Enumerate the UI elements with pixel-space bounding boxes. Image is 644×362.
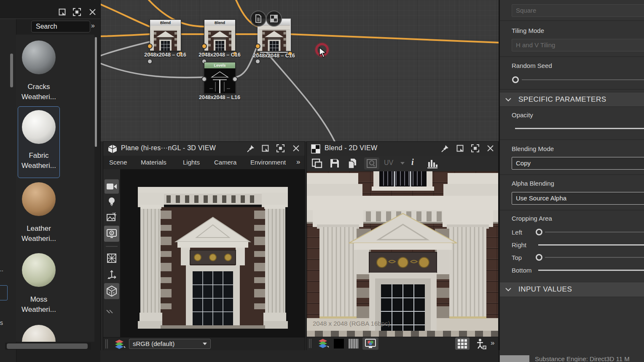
material-item-fabric-selected[interactable]: Fabric Weatheri... <box>18 106 60 178</box>
transform-axes-button[interactable] <box>105 267 119 281</box>
info-button[interactable]: i <box>411 157 414 167</box>
menu-scene[interactable]: Scene <box>109 159 127 166</box>
camera-view-button[interactable] <box>105 179 119 194</box>
tree-scrollbar-thumb[interactable] <box>10 54 13 87</box>
divider <box>500 174 644 175</box>
section-title: SPECIFIC PARAMETERS <box>518 95 606 104</box>
facade-texture-2d <box>307 171 498 337</box>
graph-node-levels[interactable]: Levels <box>204 62 236 94</box>
pin-icon[interactable] <box>441 144 449 153</box>
histogram-icon[interactable] <box>427 159 438 169</box>
uv-mode-select-disabled[interactable]: UV <box>384 159 393 167</box>
crop-top-knob[interactable] <box>536 254 542 261</box>
material-item-moss[interactable]: Moss Weatheri... <box>19 251 59 321</box>
search-expand-button[interactable]: » <box>91 22 95 30</box>
input-port[interactable] <box>147 59 153 64</box>
tree-selected-item-fragment[interactable] <box>0 285 8 300</box>
material-item-leather[interactable]: Leather Weatheri... <box>19 180 59 250</box>
maximize-button[interactable] <box>72 7 82 17</box>
background-color-swatch[interactable] <box>334 339 344 348</box>
chevron-down-icon <box>505 97 512 102</box>
crop-left-slider[interactable] <box>545 232 644 232</box>
random-seed-knob[interactable] <box>512 76 519 83</box>
display-channels-button[interactable] <box>362 338 378 350</box>
menu-materials[interactable]: Materials <box>141 159 166 166</box>
input-values-section-header[interactable]: INPUT VALUES <box>500 282 644 297</box>
bottombar-grip[interactable] <box>105 339 109 348</box>
panel-divider <box>499 0 499 362</box>
input-port[interactable] <box>255 43 260 49</box>
input-port[interactable] <box>255 59 260 64</box>
monitor-rgb-icon <box>365 339 376 348</box>
divider <box>500 20 644 21</box>
crop-bottom-slider[interactable] <box>538 270 644 271</box>
menu-lights[interactable]: Lights <box>183 159 200 166</box>
material-sphere-thumbnail <box>22 253 56 287</box>
pin-icon[interactable] <box>247 144 255 153</box>
maximize-icon[interactable] <box>471 144 479 152</box>
horizontal-scrollbar-thumb[interactable] <box>7 343 88 349</box>
material-item-cracks[interactable]: Cracks Weatheri... <box>19 38 59 108</box>
copy-icon[interactable] <box>347 158 357 169</box>
node-file-badge[interactable] <box>250 11 266 27</box>
node-blend-badge[interactable] <box>266 11 282 27</box>
alpha-blending-label: Alpha Blending <box>512 180 554 187</box>
input-port[interactable] <box>201 76 207 82</box>
crop-top-slider[interactable] <box>545 257 644 258</box>
tiling-mode-select[interactable]: H and V Tiling <box>512 39 644 51</box>
input-port[interactable] <box>147 43 153 49</box>
menu-overflow-button[interactable]: » <box>296 158 300 166</box>
color-layers-icon[interactable] <box>114 339 126 349</box>
material-sphere-thumbnail <box>22 325 56 342</box>
colorspace-select[interactable]: sRGB (default) <box>129 339 211 349</box>
new-view-icon[interactable] <box>312 159 323 169</box>
view2d-canvas[interactable]: 2048 x 2048 (RGBA 16bpc) <box>307 171 498 337</box>
rendered-facade-3d <box>137 180 289 331</box>
material-sphere-thumbnail <box>22 182 56 216</box>
pattern-swatch[interactable] <box>349 339 359 348</box>
lights-button[interactable] <box>105 195 119 208</box>
node-caption: 2048x2048 – C16 <box>193 52 247 58</box>
tiling-grid-button[interactable] <box>455 338 470 350</box>
menu-environment[interactable]: Environment <box>250 159 286 166</box>
search-input[interactable]: Search <box>31 21 90 32</box>
undock-icon[interactable] <box>262 145 269 152</box>
divider <box>500 139 644 140</box>
transform-preview-button-disabled[interactable] <box>364 157 379 170</box>
toolbar-resize-grip[interactable] <box>106 309 114 315</box>
undock-button[interactable] <box>57 7 67 17</box>
material-item-partial[interactable] <box>19 323 59 342</box>
horizontal-scrollbar-track[interactable] <box>5 343 91 350</box>
menu-camera[interactable]: Camera <box>214 159 236 166</box>
mouse-cursor <box>319 47 328 58</box>
bottombar-grip[interactable] <box>309 339 313 348</box>
undock-icon[interactable] <box>456 145 464 152</box>
uv-display-button[interactable] <box>105 252 119 265</box>
node-title: Blend <box>150 20 181 26</box>
close-button[interactable] <box>87 7 97 17</box>
material-list-scrollbar[interactable] <box>95 37 97 147</box>
view3d-viewport[interactable] <box>120 169 305 337</box>
mannequin-scale-icon[interactable] <box>475 338 486 349</box>
display-settings-button[interactable] <box>104 226 119 242</box>
close-icon[interactable] <box>293 145 299 151</box>
random-seed-slider[interactable] <box>522 79 644 80</box>
maximize-icon[interactable] <box>276 144 284 152</box>
blending-mode-select[interactable]: Copy <box>512 157 644 170</box>
graph-node-blend-1[interactable]: Blend <box>150 19 181 51</box>
save-icon[interactable] <box>330 158 340 168</box>
alpha-blending-select[interactable]: Use Source Alpha <box>512 192 644 205</box>
close-icon[interactable] <box>487 145 494 151</box>
shape-select[interactable]: Square <box>512 4 644 17</box>
input-port[interactable] <box>201 43 207 49</box>
crop-right-slider[interactable] <box>538 244 644 246</box>
graph-node-blend-2[interactable]: Blend <box>204 19 236 51</box>
environment-image-button[interactable] <box>105 211 119 223</box>
geometry-button[interactable] <box>104 283 119 299</box>
color-layers-icon[interactable] <box>318 338 330 349</box>
toolbar-overflow-button[interactable]: » <box>491 339 494 347</box>
opacity-slider[interactable] <box>515 128 644 129</box>
crop-left-knob[interactable] <box>536 229 542 235</box>
specific-parameters-section-header[interactable]: SPECIFIC PARAMETERS <box>500 92 644 107</box>
output-port[interactable] <box>232 76 238 82</box>
